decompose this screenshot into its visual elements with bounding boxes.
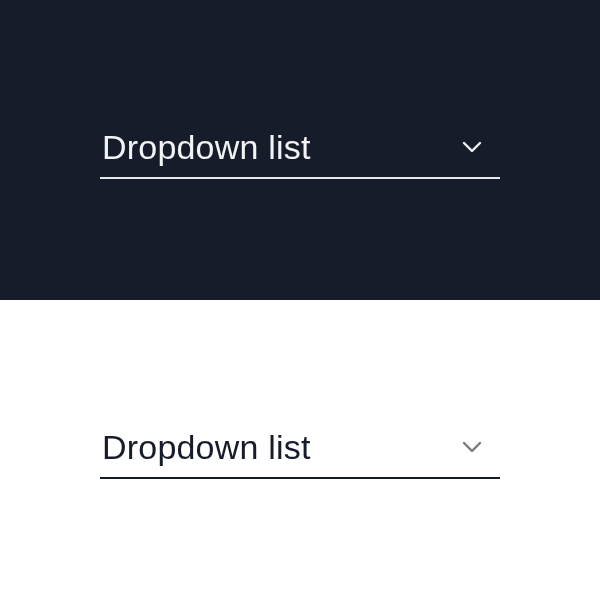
dark-theme-panel: Dropdown list — [0, 0, 600, 300]
light-theme-panel: Dropdown list — [0, 300, 600, 600]
chevron-down-icon — [458, 133, 486, 161]
dropdown-label: Dropdown list — [102, 128, 311, 167]
dropdown-label: Dropdown list — [102, 428, 311, 467]
dropdown-dark[interactable]: Dropdown list — [100, 122, 500, 179]
chevron-down-icon — [458, 433, 486, 461]
dropdown-light[interactable]: Dropdown list — [100, 422, 500, 479]
